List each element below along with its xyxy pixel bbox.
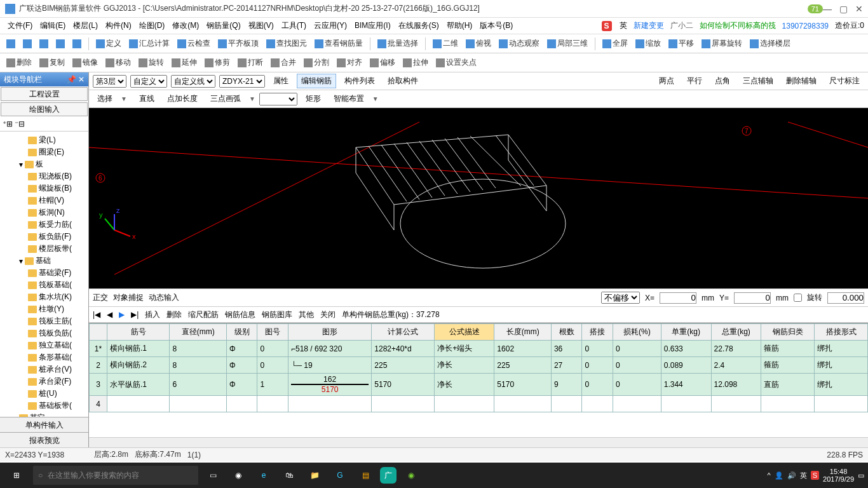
col-header[interactable]: 图形 [288, 324, 371, 341]
tree-node[interactable]: ▾ 基础 [1, 255, 87, 267]
cell[interactable] [257, 396, 288, 412]
line-button[interactable]: 直线 [135, 92, 159, 106]
col-header[interactable]: 级别 [227, 324, 257, 341]
tray-date[interactable]: 2017/9/29 [823, 475, 854, 483]
scale-rebar-button[interactable]: 缩尺配筋 [188, 309, 219, 320]
tree-node[interactable]: 基础梁(F) [1, 267, 87, 279]
tab-project-settings[interactable]: 工程设置 [1, 87, 88, 101]
tree-node[interactable]: 板洞(N) [1, 207, 87, 219]
col-header[interactable]: 计算公式 [372, 324, 435, 341]
cell[interactable]: 3 [90, 374, 107, 396]
tree-node[interactable]: 圈梁(E) [1, 146, 87, 158]
toolbar-8[interactable]: 俯视 [463, 37, 494, 50]
component-id-select[interactable]: ZDYX-21 [219, 75, 265, 88]
cell[interactable] [815, 396, 868, 412]
smart-layout-button[interactable]: 智能布置 [329, 92, 369, 106]
offset-select[interactable]: 不偏移 [601, 292, 640, 304]
cell[interactable]: 0 [582, 374, 613, 396]
tree-node[interactable]: 现浇板(B) [1, 170, 87, 182]
edit-3[interactable]: 移动 [103, 56, 133, 69]
col-header[interactable]: 公式描述 [435, 324, 494, 341]
cell[interactable]: 0 [613, 357, 661, 374]
menu-item[interactable]: 钢筋量(Q) [203, 20, 244, 31]
toolbar-10[interactable]: 局部三维 [545, 37, 590, 50]
tray-ime-label[interactable]: 英 [800, 471, 807, 480]
tray-up-icon[interactable]: ^ [768, 471, 771, 479]
collapse-icon[interactable]: ⁻⊟ [15, 119, 25, 128]
col-header[interactable]: 损耗(%) [613, 324, 661, 341]
cell[interactable]: Φ [227, 341, 257, 357]
sogou-ime-icon[interactable]: S [602, 21, 612, 31]
menu-item[interactable]: 云应用(Y) [310, 20, 351, 31]
toolbar-3[interactable]: 平齐板顶 [215, 37, 261, 50]
tree-node[interactable]: 基础板带( [1, 400, 87, 412]
col-header[interactable]: 单重(kg) [661, 324, 711, 341]
cell[interactable] [711, 396, 761, 412]
cell[interactable]: 水平纵筋.1 [107, 374, 170, 396]
menu-item[interactable]: 视图(V) [245, 20, 278, 31]
cell[interactable] [107, 396, 170, 412]
dynamic-input-button[interactable]: 动态输入 [149, 292, 179, 303]
cell[interactable] [494, 396, 552, 412]
maximize-button[interactable]: ▢ [839, 4, 848, 14]
pick-component-button[interactable]: 拾取构件 [383, 74, 423, 88]
cell[interactable]: 横向钢筋.1 [107, 341, 170, 357]
component-list-button[interactable]: 构件列表 [340, 74, 379, 88]
toolbar-13[interactable]: 平移 [666, 37, 696, 50]
cell[interactable]: 22.78 [711, 341, 761, 357]
cell[interactable]: 箍筋 [761, 357, 815, 374]
cell[interactable]: 0 [257, 341, 288, 357]
redo-icon[interactable] [70, 38, 84, 50]
cell[interactable] [435, 396, 494, 412]
cortana-icon[interactable]: ◉ [227, 464, 249, 486]
edit-9[interactable]: 分割 [301, 56, 332, 69]
cell[interactable]: 净长 [435, 374, 494, 396]
toolbar-5[interactable]: 查看钢筋量 [312, 37, 365, 50]
col-header[interactable]: 图号 [257, 324, 288, 341]
cell[interactable]: └─ 19 [288, 357, 371, 374]
y-input[interactable] [734, 292, 771, 304]
phone-number[interactable]: 13907298339 [782, 22, 829, 30]
menu-item[interactable]: BIM应用(I) [351, 20, 395, 31]
edit-5[interactable]: 延伸 [169, 56, 200, 69]
tab-report-preview[interactable]: 报表预览 [0, 432, 88, 447]
object-snap-button[interactable]: 对象捕捉 [113, 292, 144, 303]
cell[interactable]: 2.4 [711, 357, 761, 374]
app3-icon[interactable]: 广 [380, 467, 397, 484]
edit-2[interactable]: 镜像 [70, 56, 100, 69]
menu-item[interactable]: 工具(T) [278, 20, 310, 31]
new-change-link[interactable]: 新建变更 [634, 20, 664, 31]
menu-item[interactable]: 构件(N) [102, 20, 135, 31]
cell[interactable]: 1 [257, 374, 288, 396]
rebar-table[interactable]: 筋号直径(mm)级别图号图形计算公式公式描述长度(mm)根数搭接损耗(%)单重(… [89, 323, 868, 412]
tree-node[interactable]: 筏板基础( [1, 279, 87, 291]
cell[interactable] [761, 396, 815, 412]
rebar-library-button[interactable]: 钢筋图库 [262, 309, 292, 320]
guangxiaoer-link[interactable]: 广小二 [670, 20, 693, 31]
col-header[interactable]: 总重(kg) [711, 324, 761, 341]
edit-0[interactable]: 删除 [4, 56, 34, 69]
tray-people-icon[interactable]: 👤 [775, 471, 783, 480]
col-header[interactable]: 根数 [551, 324, 581, 341]
tab-single-input[interactable]: 单构件输入 [0, 417, 88, 432]
cell[interactable]: 绑扎 [815, 374, 868, 396]
cell[interactable]: 0 [257, 357, 288, 374]
select-button[interactable]: 选择 [93, 92, 117, 106]
close-button[interactable]: ✕ [855, 4, 863, 14]
explorer-icon[interactable]: 📁 [304, 464, 325, 486]
cell[interactable] [170, 396, 227, 412]
tree-node[interactable]: 螺旋板(B) [1, 182, 87, 194]
cell[interactable]: 箍筋 [761, 341, 815, 357]
close-grid-button[interactable]: 关闭 [320, 309, 336, 320]
col-header[interactable]: 筋号 [107, 324, 170, 341]
tab-draw-input[interactable]: 绘图输入 [1, 102, 88, 116]
cell[interactable]: 12.098 [711, 374, 761, 396]
angle-input[interactable] [827, 292, 864, 304]
cell[interactable]: 27 [551, 357, 581, 374]
cell[interactable]: 36 [551, 341, 581, 357]
task-view-icon[interactable]: ▭ [202, 464, 224, 486]
cell[interactable] [372, 396, 435, 412]
axis-5[interactable]: 尺寸标注 [825, 74, 864, 88]
tree-node[interactable]: 承台梁(F) [1, 376, 87, 388]
toolbar-6[interactable]: 批量选择 [375, 37, 421, 50]
